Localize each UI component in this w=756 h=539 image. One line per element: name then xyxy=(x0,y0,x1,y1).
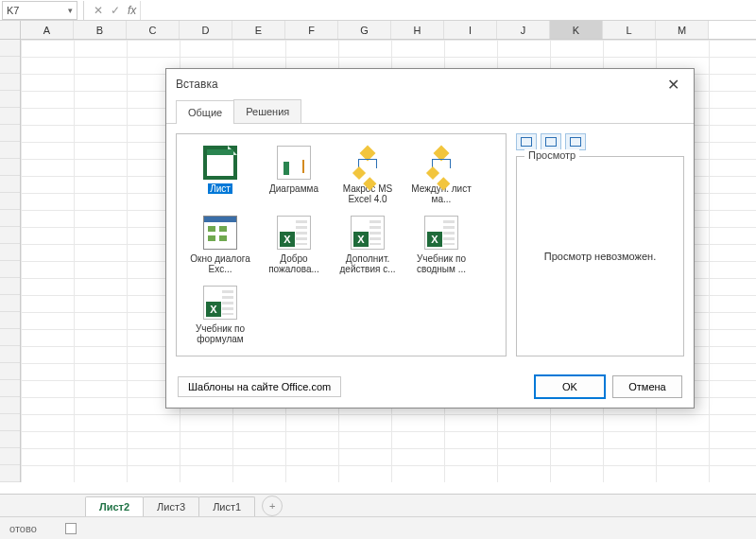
sheet-icon xyxy=(203,146,237,180)
accept-formula-icon[interactable]: ✓ xyxy=(107,4,124,17)
row-header[interactable] xyxy=(0,40,20,57)
column-header[interactable]: D xyxy=(180,21,232,39)
row-header[interactable] xyxy=(0,74,20,91)
xl-icon xyxy=(203,286,237,320)
dlg-icon xyxy=(203,216,237,250)
row-header[interactable] xyxy=(0,397,20,414)
column-header-row: ABCDEFGHIJKLM xyxy=(0,21,756,40)
select-all-corner[interactable] xyxy=(0,21,21,39)
dialog-right-pane: Просмотр Просмотр невозможен. xyxy=(516,133,684,356)
formula-input[interactable] xyxy=(140,1,756,20)
xl-icon xyxy=(351,216,385,250)
column-header[interactable]: A xyxy=(21,21,74,39)
name-box[interactable]: K7 ▾ xyxy=(2,1,77,20)
view-large-icons-button[interactable] xyxy=(516,133,537,150)
row-header[interactable] xyxy=(0,227,20,244)
view-mode-buttons xyxy=(516,133,684,150)
chevron-down-icon[interactable]: ▾ xyxy=(68,6,73,15)
macro-icon xyxy=(351,146,385,180)
template-label: Междун. лист ма... xyxy=(407,183,475,204)
template-item[interactable]: Окно диалога Exc... xyxy=(184,212,256,278)
template-label: Диаграмма xyxy=(269,183,318,194)
row-header[interactable] xyxy=(0,244,20,261)
sheet-tab[interactable]: Лист1 xyxy=(198,496,255,516)
ok-button[interactable]: OK xyxy=(535,375,605,398)
template-item[interactable]: Добро пожалова... xyxy=(258,212,330,278)
separator xyxy=(83,1,84,20)
row-header[interactable] xyxy=(0,261,20,278)
column-header[interactable]: E xyxy=(232,21,285,39)
row-header[interactable] xyxy=(0,176,20,193)
row-header[interactable] xyxy=(0,295,20,312)
row-header[interactable] xyxy=(0,346,20,363)
add-sheet-button[interactable]: + xyxy=(262,496,283,516)
row-header[interactable] xyxy=(0,431,20,448)
column-header[interactable]: L xyxy=(603,21,656,39)
xl-icon xyxy=(424,216,458,250)
template-item[interactable]: Междун. лист ма... xyxy=(405,142,477,208)
fx-icon[interactable]: fx xyxy=(128,4,136,17)
row-header[interactable] xyxy=(0,465,20,482)
column-header[interactable]: B xyxy=(74,21,127,39)
row-header[interactable] xyxy=(0,57,20,74)
close-icon[interactable]: ✕ xyxy=(662,76,684,94)
preview-panel: Просмотр Просмотр невозможен. xyxy=(516,156,684,356)
row-header[interactable] xyxy=(0,448,20,465)
column-header[interactable]: G xyxy=(338,21,391,39)
row-header-column xyxy=(0,40,21,482)
dialog-tab[interactable]: Общие xyxy=(176,100,234,124)
row-header[interactable] xyxy=(0,142,20,159)
chart-icon xyxy=(277,146,311,180)
row-header[interactable] xyxy=(0,193,20,210)
column-header[interactable]: H xyxy=(391,21,444,39)
column-header[interactable]: J xyxy=(497,21,550,39)
template-label: Окно диалога Exc... xyxy=(186,253,254,274)
status-bar: отово xyxy=(0,516,756,539)
column-header[interactable]: K xyxy=(550,21,603,39)
sheet-tab[interactable]: Лист3 xyxy=(143,496,199,516)
row-header[interactable] xyxy=(0,210,20,227)
row-header[interactable] xyxy=(0,125,20,142)
dialog-tab[interactable]: Решения xyxy=(233,99,301,123)
row-header[interactable] xyxy=(0,380,20,397)
row-header[interactable] xyxy=(0,414,20,431)
column-header[interactable]: I xyxy=(444,21,497,39)
template-list[interactable]: ЛистДиаграммаМакрос MS Excel 4.0Междун. … xyxy=(176,133,507,356)
view-details-button[interactable] xyxy=(565,133,586,150)
template-label: Добро пожалова... xyxy=(260,253,328,274)
template-item[interactable]: Учебник по формулам xyxy=(184,282,256,348)
row-header[interactable] xyxy=(0,363,20,380)
template-item[interactable]: Лист xyxy=(184,142,256,208)
column-header[interactable]: C xyxy=(127,21,180,39)
view-list-button[interactable] xyxy=(541,133,561,150)
template-item[interactable]: Дополнит. действия с... xyxy=(332,212,404,278)
row-header[interactable] xyxy=(0,278,20,295)
xl-icon xyxy=(277,216,311,250)
macro-icon xyxy=(424,146,458,180)
cancel-formula-icon[interactable]: ✕ xyxy=(90,4,107,17)
row-header[interactable] xyxy=(0,108,20,125)
cancel-button[interactable]: Отмена xyxy=(612,375,682,398)
row-header[interactable] xyxy=(0,159,20,176)
template-label: Макрос MS Excel 4.0 xyxy=(334,183,402,204)
row-header[interactable] xyxy=(0,329,20,346)
sheet-tab[interactable]: Лист2 xyxy=(85,496,144,517)
template-item[interactable]: Диаграмма xyxy=(258,142,330,208)
template-item[interactable]: Макрос MS Excel 4.0 xyxy=(332,142,404,208)
status-text: отово xyxy=(9,523,37,534)
office-templates-button[interactable]: Шаблоны на сайте Office.com xyxy=(178,376,341,397)
row-header[interactable] xyxy=(0,91,20,108)
dialog-tabstrip: ОбщиеРешения xyxy=(166,99,694,124)
formula-bar-row: K7 ▾ ✕ ✓ fx xyxy=(0,0,756,21)
column-header[interactable]: M xyxy=(656,21,709,39)
preview-message: Просмотр невозможен. xyxy=(517,251,683,262)
dialog-title: Вставка xyxy=(176,78,218,91)
template-item[interactable]: Учебник по сводным ... xyxy=(405,212,477,278)
dialog-footer: Шаблоны на сайте Office.com OK Отмена xyxy=(166,366,694,408)
macro-record-icon[interactable] xyxy=(65,523,77,534)
template-label: Учебник по формулам xyxy=(186,323,254,344)
dialog-titlebar[interactable]: Вставка ✕ xyxy=(166,69,694,99)
row-header[interactable] xyxy=(0,312,20,329)
column-header[interactable]: F xyxy=(285,21,338,39)
dialog-body: ЛистДиаграммаМакрос MS Excel 4.0Междун. … xyxy=(166,124,694,366)
